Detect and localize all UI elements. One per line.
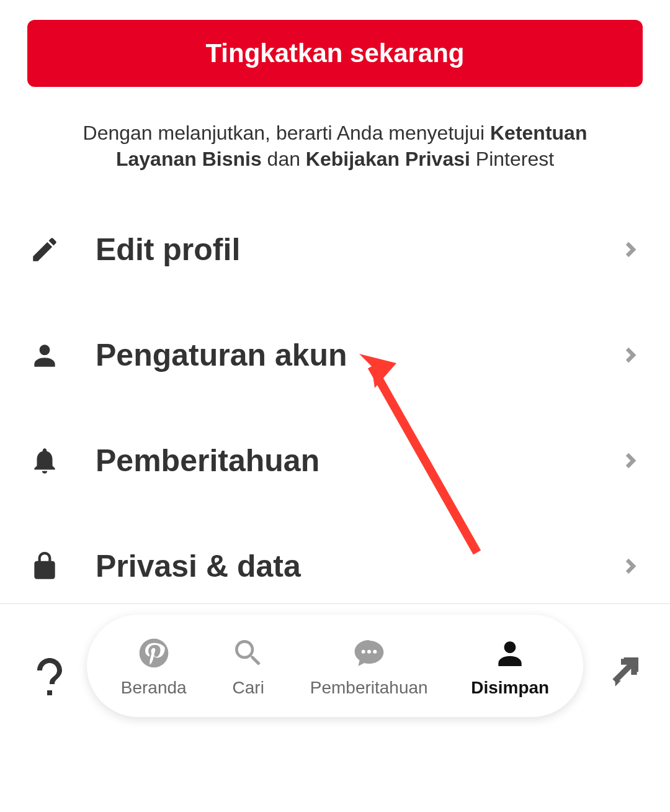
nav-label: Beranda <box>121 678 187 698</box>
menu-item-account-settings[interactable]: Pengaturan akun <box>27 302 643 408</box>
nav-item-saved[interactable]: Disimpan <box>471 634 549 698</box>
disclaimer-text: Pinterest <box>470 148 554 170</box>
privacy-policy-link[interactable]: Kebijakan Privasi <box>306 148 470 170</box>
svg-point-6 <box>373 649 377 653</box>
menu-item-edit-profile[interactable]: Edit profil <box>27 197 643 302</box>
bottom-nav: Beranda Cari Pemberitahuan Disimpan <box>87 615 583 717</box>
upgrade-button[interactable]: Tingkatkan sekarang <box>27 20 643 87</box>
svg-point-4 <box>361 649 365 653</box>
divider <box>0 603 670 604</box>
pinterest-icon <box>135 634 172 672</box>
disclaimer-text: dan <box>262 148 306 170</box>
disclaimer-text: Dengan melanjutkan, berarti Anda menyetu… <box>83 122 490 144</box>
search-icon <box>230 634 267 672</box>
help-icon[interactable] <box>34 657 68 692</box>
nav-item-home[interactable]: Beranda <box>121 634 187 698</box>
chevron-right-icon <box>618 554 643 579</box>
terms-disclaimer: Dengan melanjutkan, berarti Anda menyetu… <box>27 120 643 172</box>
share-icon[interactable] <box>608 653 646 692</box>
nav-label: Disimpan <box>471 678 549 698</box>
nav-item-search[interactable]: Cari <box>230 634 267 698</box>
menu-label: Pengaturan akun <box>96 337 618 373</box>
menu-label: Edit profil <box>96 232 618 268</box>
chat-icon <box>351 634 388 672</box>
chevron-right-icon <box>618 343 643 368</box>
nav-item-notifications[interactable]: Pemberitahuan <box>310 634 428 698</box>
lock-icon <box>27 549 62 584</box>
nav-label: Cari <box>233 678 264 698</box>
svg-point-5 <box>367 649 371 653</box>
bell-icon <box>27 443 62 478</box>
person-icon <box>491 634 529 672</box>
chevron-right-icon <box>618 237 643 262</box>
chevron-right-icon <box>618 448 643 473</box>
person-icon <box>27 338 62 372</box>
menu-item-notifications[interactable]: Pemberitahuan <box>27 408 643 513</box>
settings-menu: Edit profil Pengaturan akun Pemberitahua… <box>27 197 643 619</box>
nav-label: Pemberitahuan <box>310 678 428 698</box>
menu-label: Pemberitahuan <box>96 443 618 479</box>
pencil-icon <box>27 232 62 267</box>
menu-label: Privasi & data <box>96 548 618 584</box>
